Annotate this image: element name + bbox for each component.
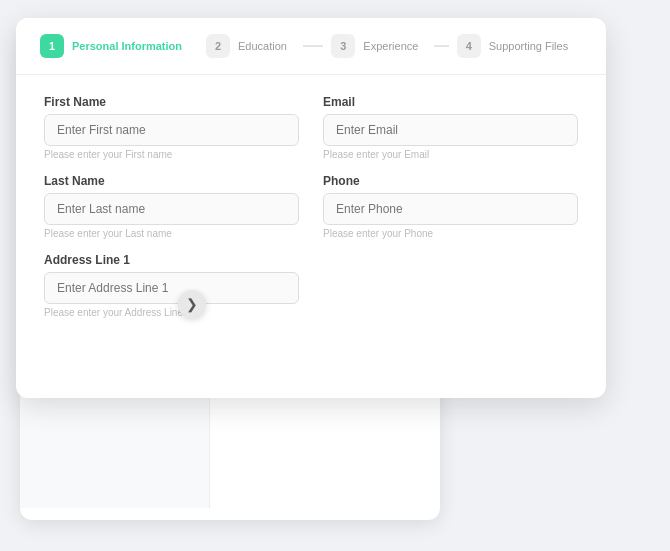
fc-field-group-c1-2: Address Line 1 Please enter your Address… <box>44 253 299 318</box>
front-card: 1 Personal Information 2 Education 3 Exp… <box>16 18 606 398</box>
stepper-label-2: Education <box>238 40 287 52</box>
fc-input-c1-2[interactable] <box>44 272 299 304</box>
stepper-step-4[interactable]: 4 Supporting Files <box>457 34 582 58</box>
fc-label-c1-1: Last Name <box>44 174 299 188</box>
stepper-label-4: Supporting Files <box>489 40 569 52</box>
arrow-icon: ❯ <box>178 290 206 318</box>
fc-input-c2-0[interactable] <box>323 114 578 146</box>
front-col-1: First Name Please enter your First name … <box>44 95 299 332</box>
stepper-num-1: 1 <box>40 34 64 58</box>
fc-hint-c1-0: Please enter your First name <box>44 149 299 160</box>
fc-hint-c2-0: Please enter your Email <box>323 149 578 160</box>
front-card-body: First Name Please enter your First name … <box>16 75 606 352</box>
stepper-num-3: 3 <box>331 34 355 58</box>
stepper-header: 1 Personal Information 2 Education 3 Exp… <box>16 18 606 75</box>
fc-field-group-c1-1: Last Name Please enter your Last name <box>44 174 299 239</box>
fc-input-c2-1[interactable] <box>323 193 578 225</box>
fc-input-c1-1[interactable] <box>44 193 299 225</box>
fc-label-c2-1: Phone <box>323 174 578 188</box>
front-col-2: Email Please enter your Email Phone Plea… <box>323 95 578 332</box>
fc-input-c1-0[interactable] <box>44 114 299 146</box>
stepper-step-2[interactable]: 2 Education <box>206 34 331 58</box>
stepper-step-3[interactable]: 3 Experience <box>331 34 456 58</box>
fc-hint-c2-1: Please enter your Phone <box>323 228 578 239</box>
stepper-label-1: Personal Information <box>72 40 182 52</box>
fc-hint-c1-1: Please enter your Last name <box>44 228 299 239</box>
fc-hint-c1-2: Please enter your Address Line 1 <box>44 307 299 318</box>
fc-field-group-c2-0: Email Please enter your Email <box>323 95 578 160</box>
fc-label-c1-0: First Name <box>44 95 299 109</box>
fc-field-group-c2-1: Phone Please enter your Phone <box>323 174 578 239</box>
fc-label-c1-2: Address Line 1 <box>44 253 299 267</box>
fc-field-group-c1-0: First Name Please enter your First name <box>44 95 299 160</box>
stepper-num-4: 4 <box>457 34 481 58</box>
stepper-step-1[interactable]: 1 Personal Information <box>40 34 206 58</box>
stepper-label-3: Experience <box>363 40 418 52</box>
fc-label-c2-0: Email <box>323 95 578 109</box>
stepper-num-2: 2 <box>206 34 230 58</box>
